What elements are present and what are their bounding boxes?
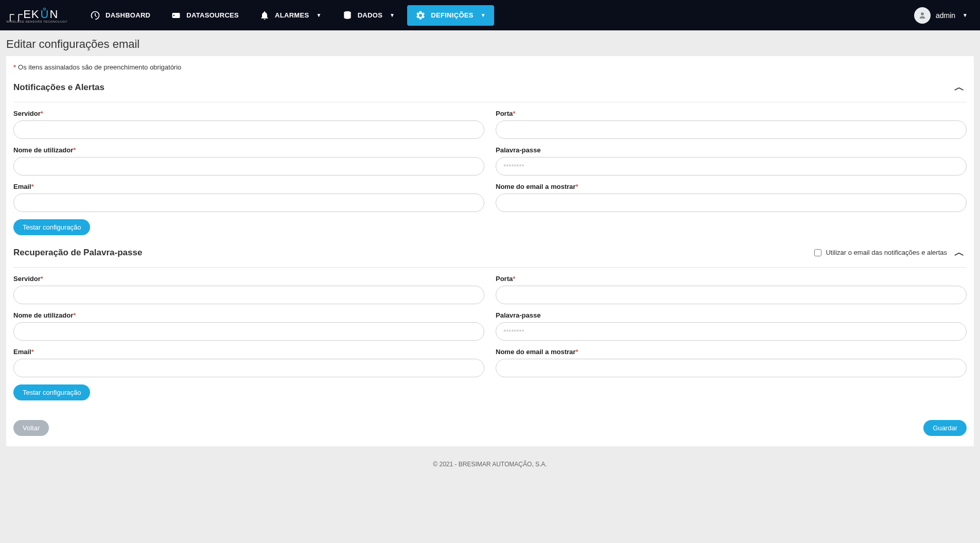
palavra-passe-input[interactable]	[496, 157, 967, 176]
email-label: Email*	[13, 183, 484, 190]
palavra-passe-label-2: Palavra-passe	[496, 311, 967, 319]
section-recuperacao-header[interactable]: Recuperação de Palavra-passe Utilizar o …	[13, 246, 967, 267]
chevron-down-icon: ▼	[316, 12, 321, 18]
palavra-passe-label: Palavra-passe	[496, 146, 967, 154]
nav-dados[interactable]: DADOS ▼	[334, 5, 404, 26]
page-footer: © 2021 - BRESIMAR AUTOMAÇÃO, S.A.	[0, 452, 980, 476]
main-card: *Os itens assinalados são de preenchimen…	[6, 56, 974, 446]
nav-definicoes-label: DEFINIÇÕES	[431, 11, 473, 19]
porta-input-2[interactable]	[496, 286, 967, 304]
servidor-label: Servidor*	[13, 110, 484, 117]
nav-definicoes[interactable]: DEFINIÇÕES ▼	[407, 5, 494, 26]
nome-email-mostrar-label: Nome do email a mostrar*	[496, 183, 967, 190]
chevron-down-icon: ▼	[390, 12, 395, 18]
required-note: *Os itens assinalados são de preenchimen…	[13, 63, 967, 71]
chevron-up-icon[interactable]: ︿	[952, 80, 967, 94]
nav-dashboard[interactable]: DASHBOARD	[82, 5, 159, 26]
gear-icon	[415, 10, 426, 21]
email-input-2[interactable]	[13, 359, 484, 377]
porta-label: Porta*	[496, 110, 967, 117]
user-name: admin	[936, 11, 955, 20]
section-recuperacao-title: Recuperação de Palavra-passe	[13, 248, 142, 258]
nome-email-mostrar-input-2[interactable]	[496, 359, 967, 377]
section-notificacoes-body: Servidor* Porta* Nome de utilizador* Pal…	[13, 102, 967, 235]
nome-email-mostrar-input[interactable]	[496, 194, 967, 212]
brand-logo[interactable]: ┌┌ΕKŮN WIRELESS SENSORS TECHNOLOGY	[6, 8, 67, 23]
svg-point-1	[173, 14, 175, 16]
nav-dashboard-label: DASHBOARD	[106, 11, 150, 19]
nav-alarmes-label: ALARMES	[275, 11, 309, 19]
servidor-label-2: Servidor*	[13, 275, 484, 283]
servidor-input-2[interactable]	[13, 286, 484, 304]
user-menu[interactable]: admin ▼	[914, 7, 974, 24]
page-title: Editar configurações email	[0, 30, 980, 56]
guardar-button[interactable]: Guardar	[923, 420, 967, 436]
use-notif-email-checkbox[interactable]	[814, 249, 821, 256]
gauge-icon	[90, 10, 100, 21]
nav-alarmes[interactable]: ALARMES ▼	[251, 5, 330, 26]
avatar-icon	[914, 7, 931, 24]
section-notificacoes-header[interactable]: Notificações e Alertas ︿	[13, 80, 967, 102]
section-recuperacao: Recuperação de Palavra-passe Utilizar o …	[13, 246, 967, 400]
section-notificacoes: Notificações e Alertas ︿ Servidor* Porta…	[13, 80, 967, 235]
nav-dados-label: DADOS	[358, 11, 382, 19]
use-notif-email-checkbox-wrap[interactable]: Utilizar o email das notificações e aler…	[814, 249, 947, 256]
nome-utilizador-label: Nome de utilizador*	[13, 146, 484, 154]
top-navbar: ┌┌ΕKŮN WIRELESS SENSORS TECHNOLOGY DASHB…	[0, 0, 980, 30]
porta-label-2: Porta*	[496, 275, 967, 283]
chevron-down-icon: ▼	[481, 12, 486, 18]
nome-email-mostrar-label-2: Nome do email a mostrar*	[496, 348, 967, 356]
nome-utilizador-input[interactable]	[13, 157, 484, 176]
porta-input[interactable]	[496, 120, 967, 139]
section-recuperacao-body: Servidor* Porta* Nome de utilizador* Pal…	[13, 267, 967, 400]
section-notificacoes-title: Notificações e Alertas	[13, 82, 104, 93]
brand-tagline: WIRELESS SENSORS TECHNOLOGY	[6, 20, 67, 23]
device-icon	[171, 10, 181, 21]
database-icon	[342, 10, 353, 21]
palavra-passe-input-2[interactable]	[496, 322, 967, 341]
chevron-up-icon[interactable]: ︿	[952, 246, 967, 259]
nome-utilizador-input-2[interactable]	[13, 322, 484, 341]
nav-datasources[interactable]: DATASOURCES	[163, 5, 247, 26]
testar-configuracao-button-2[interactable]: Testar configuração	[13, 384, 90, 400]
nav-items: DASHBOARD DATASOURCES ALARMES ▼ DADOS ▼	[82, 5, 914, 26]
nome-utilizador-label-2: Nome de utilizador*	[13, 311, 484, 319]
use-notif-email-label: Utilizar o email das notificações e aler…	[826, 249, 947, 256]
email-label-2: Email*	[13, 348, 484, 356]
bell-icon	[259, 10, 270, 21]
nav-datasources-label: DATASOURCES	[186, 11, 239, 19]
svg-point-3	[921, 12, 924, 15]
chevron-down-icon: ▼	[962, 12, 968, 18]
footer-actions: Voltar Guardar	[13, 411, 967, 436]
servidor-input[interactable]	[13, 120, 484, 139]
voltar-button[interactable]: Voltar	[13, 420, 49, 436]
testar-configuracao-button-1[interactable]: Testar configuração	[13, 219, 90, 235]
email-input[interactable]	[13, 194, 484, 212]
